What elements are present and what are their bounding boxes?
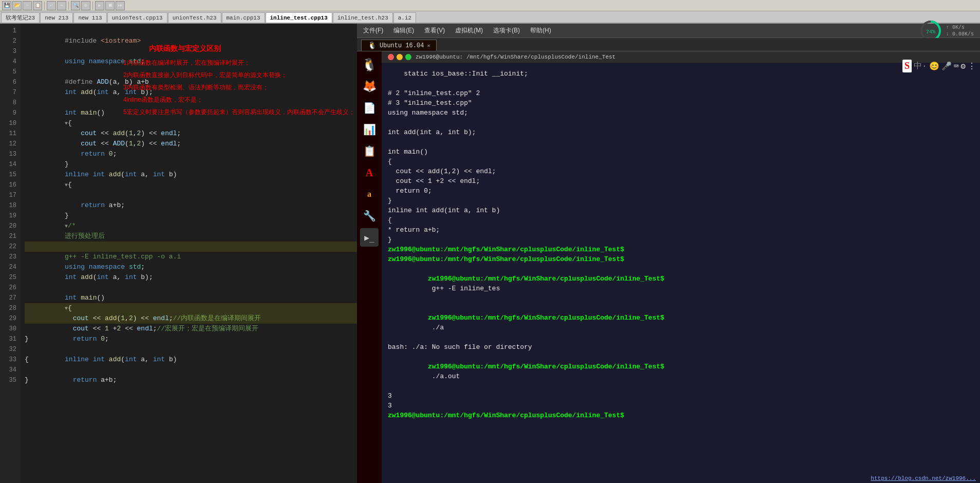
toolbar-icon-7[interactable]: 🔍 [71, 1, 80, 10]
sidebar-icon-spreadsheet[interactable]: 📊 [360, 120, 379, 139]
speed-up: ↑ 0K/s [946, 25, 974, 30]
close-dot[interactable] [388, 54, 394, 60]
terminal-line-4: # 3 "inline_test.cpp" [388, 98, 974, 108]
sidebar-icon-ubuntu[interactable]: 🐧 [360, 55, 379, 74]
code-line-4 [25, 57, 357, 67]
code-line-5: #define ADD(a, b) a+b [25, 67, 357, 77]
code-line-15: ▼{ [25, 170, 357, 180]
tab-2[interactable]: new 113 [73, 12, 106, 23]
sidebar-icon-terminal[interactable]: ▶_ [360, 228, 379, 247]
line-num-7: 7 [0, 87, 16, 98]
tab-8[interactable]: a.i2 [393, 12, 416, 23]
line-num-28: 28 [0, 303, 16, 313]
csdn-link[interactable]: https://blog.csdn.net/zw1996... [871, 474, 976, 482]
code-line-18: } [25, 200, 357, 211]
menu-help[interactable]: 帮助(H) [530, 26, 551, 35]
code-line-24: int add(int a, int b); [25, 262, 357, 272]
code-line-32: inline int add(int a, int b) [25, 344, 357, 355]
line-num-15: 15 [0, 170, 16, 180]
terminal-window-controls [388, 54, 411, 60]
sougou-icon[interactable]: S [902, 60, 912, 72]
line-num-18: 18 [0, 200, 16, 211]
sidebar-icon-files[interactable]: 📄 [360, 99, 379, 117]
terminal-tab[interactable]: 🐧 Ubuntu 16.04 ✕ [361, 40, 437, 51]
speed-display: ↑ 0K/s ↓ 0.08K/s [946, 25, 974, 37]
line-num-23: 23 [0, 252, 16, 262]
terminal-line-6 [388, 118, 974, 127]
terminal-line-25: 3 [388, 391, 974, 401]
terminal-body-wrapper: 🐧 🦊 📄 📊 📋 A a 🔧 ▶_ [357, 51, 980, 483]
tab-4[interactable]: unionTest.h23 [168, 12, 221, 23]
line-num-16: 16 [0, 180, 16, 190]
ubuntu-icon: 🐧 [368, 41, 376, 50]
line-num-35: 35 [0, 375, 16, 385]
line-num-8: 8 [0, 98, 16, 108]
toolbar-icon-5[interactable]: ↩ [47, 1, 56, 10]
line-num-19: 19 [0, 211, 16, 221]
minimize-dot[interactable] [397, 54, 403, 60]
code-line-25 [25, 272, 357, 283]
terminal-line-27: zw1996@ubuntu:/mnt/hgfs/WinShare/cpluspl… [388, 411, 974, 420]
menu-file[interactable]: 文件(F) [363, 26, 383, 35]
toolbar-icon-8[interactable]: ⚙ [81, 1, 90, 10]
toolbar-icon-6[interactable]: ↪ [57, 1, 66, 10]
mic-icon[interactable]: 🎤 [941, 61, 952, 71]
terminal-content[interactable]: zw1996@ubuntu: /mnt/hgfs/WinShare/cplusp… [382, 51, 980, 483]
menu-edit[interactable]: 编辑(E) [393, 26, 414, 35]
terminal-line-1: static ios_base::Init __ioinit; [388, 69, 974, 79]
emoji-icon[interactable]: 😊 [929, 61, 939, 71]
terminal-line-7: int add(int a, int b); [388, 127, 974, 137]
toolbar-icon-2[interactable]: 📂 [12, 1, 22, 10]
line-num-12: 12 [0, 139, 16, 149]
terminal-line-16: { [388, 215, 974, 225]
code-lines[interactable]: #include <iostream> using namespace std;… [21, 24, 357, 483]
sidebar-icon-font[interactable]: A [360, 163, 379, 182]
tab-5[interactable]: main.cpp13 [222, 12, 265, 23]
tab-7[interactable]: inline_test.h23 [333, 12, 393, 23]
keyboard-icon[interactable]: ⌨ [954, 61, 959, 71]
line-num-29: 29 [0, 313, 16, 324]
tab-0[interactable]: 软考笔记23 [1, 12, 40, 23]
terminal-line-2 [388, 79, 974, 88]
tab-6[interactable]: inline_test.cpp13 [266, 12, 332, 23]
maximize-dot[interactable] [405, 54, 411, 60]
code-line-22: g++ -E inline_test.cpp -o a.i [25, 242, 357, 252]
toolbar-icon-4[interactable]: 📋 [33, 1, 42, 10]
code-line-10: cout << add(1,2) << endl; [25, 118, 357, 128]
code-editor[interactable]: 1234567891011121314151617181920212223242… [0, 24, 357, 483]
toolbar-icon-11[interactable]: ⏭ [116, 1, 125, 10]
toolbar-icon-3[interactable]: ✂ [23, 1, 32, 10]
line-num-17: 17 [0, 190, 16, 200]
terminal-line-14: } [388, 196, 974, 206]
sidebar-icon-firefox[interactable]: 🦊 [360, 77, 379, 96]
code-line-9: ▼{ [25, 108, 357, 118]
terminal-line-22: zw1996@ubuntu:/mnt/hgfs/WinShare/cpluspl… [388, 303, 974, 342]
terminal-line-24: zw1996@ubuntu:/mnt/hgfs/WinShare/cpluspl… [388, 352, 974, 391]
toolbar-icon-9[interactable]: ▶ [95, 1, 104, 10]
code-line-27: ▼{ [25, 293, 357, 303]
code-line-11: cout << ADD(1,2) << endl; [25, 128, 357, 139]
sidebar-icon-settings[interactable]: 🔧 [360, 207, 379, 225]
toolbar-icon-1[interactable]: 💾 [2, 1, 11, 10]
zh-en-toggle[interactable]: 中· [914, 61, 927, 71]
toolbar-icon-10[interactable]: ⏹ [105, 1, 115, 10]
menu-tabs[interactable]: 选项卡(B) [493, 26, 520, 35]
tab-3[interactable]: unionTest.cpp13 [107, 12, 167, 23]
terminal-line-9: int main() [388, 147, 974, 157]
terminal-line-26: 3 [388, 401, 974, 411]
menu-vm[interactable]: 虚拟机(M) [455, 26, 483, 35]
top-toolbar: 💾 📂 ✂ 📋 ↩ ↪ 🔍 ⚙ ▶ ⏹ ⏭ [0, 0, 980, 11]
line-num-1: 1 [0, 26, 16, 36]
tab-1[interactable]: new 213 [40, 12, 73, 23]
code-line-29: cout << 1 +2 << endl;//宏展开；宏是在预编译期间展开 [25, 313, 357, 324]
sidebar-icon-amazon[interactable]: a [360, 185, 379, 203]
code-line-12: return 0; [25, 139, 357, 149]
menu-view[interactable]: 查看(V) [424, 26, 445, 35]
sidebar-icon-presentation[interactable]: 📋 [360, 142, 379, 160]
more-icon[interactable]: ⋮ [968, 61, 976, 71]
code-line-1: #include <iostream> [25, 26, 357, 36]
code-line-7 [25, 87, 357, 98]
code-line-8: int main() [25, 98, 357, 108]
settings-icon-2[interactable]: ⚙ [960, 61, 966, 71]
terminal-tab-close[interactable]: ✕ [427, 43, 430, 49]
